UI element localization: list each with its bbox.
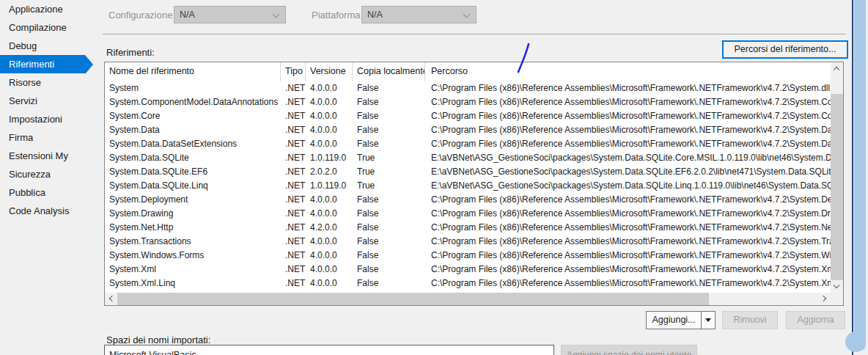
cell-type: .NET: [281, 249, 306, 263]
table-row[interactable]: System.ComponentModel.DataAnnotations.NE…: [105, 95, 831, 109]
table-row[interactable]: System.Data.SQLite.Linq.NET1.0.119.0True…: [105, 179, 831, 193]
table-row[interactable]: System.Xml.NET4.0.0.0FalseC:\Program Fil…: [105, 263, 831, 277]
imported-namespaces-input[interactable]: Microsoft.VisualBasic: [104, 345, 554, 355]
cell-type: .NET: [281, 193, 306, 207]
cell-name: System.Xml: [105, 263, 281, 277]
scroll-left-button[interactable]: [105, 293, 117, 305]
cell-path: E:\aVBNet\ASG_GestioneSoci\packages\Syst…: [425, 179, 831, 193]
cell-path: C:\Program Files (x86)\Reference Assembl…: [425, 123, 831, 137]
cell-name: System.Drawing: [105, 207, 281, 221]
cell-version: 2.0.2.0: [306, 165, 353, 179]
column-header-copy-local[interactable]: Copia localmente: [353, 62, 425, 81]
cell-path: C:\Program Files (x86)\Reference Assembl…: [425, 263, 831, 277]
cell-path: C:\Program Files (x86)\Reference Assembl…: [425, 221, 831, 235]
chevron-up-icon: [834, 67, 839, 73]
cell-path: C:\Program Files (x86)\Reference Assembl…: [425, 95, 831, 109]
scroll-right-button[interactable]: [818, 293, 831, 305]
sidebar-item-code-analysis[interactable]: Code Analysis: [0, 202, 85, 220]
cell-path: E:\aVBNet\ASG_GestioneSoci\packages\Syst…: [425, 165, 831, 179]
table-row[interactable]: System.Data.SQLite.EF6.NET2.0.2.0TrueE:\…: [105, 165, 831, 179]
cell-type: .NET: [281, 151, 306, 165]
table-row[interactable]: System.Drawing.NET4.0.0.0FalseC:\Program…: [105, 207, 831, 221]
horizontal-scrollbar[interactable]: [105, 293, 831, 305]
vertical-scrollbar[interactable]: [831, 62, 843, 293]
references-section-label: Riferimenti:: [106, 47, 155, 58]
cell-copy_local: False: [353, 277, 425, 290]
cell-type: .NET: [281, 263, 306, 277]
sidebar-item-servizi[interactable]: Servizi: [0, 92, 85, 110]
sidebar-item-riferimenti[interactable]: Riferimenti: [0, 55, 85, 73]
table-row[interactable]: System.Transactions.NET4.0.0.0FalseC:\Pr…: [105, 235, 831, 249]
cell-version: 4.0.0.0: [306, 137, 353, 151]
pen-annotation-blob: [845, 332, 866, 352]
cell-version: 1.0.119.0: [306, 179, 353, 193]
sidebar-item-compilazione[interactable]: Compilazione: [0, 18, 85, 37]
table-row[interactable]: System.Net.Http.NET4.2.0.0FalseC:\Progra…: [105, 221, 831, 235]
vertical-scrollbar-thumb[interactable]: [831, 94, 843, 280]
cell-copy_local: False: [353, 123, 425, 137]
chevron-down-icon: [463, 11, 471, 18]
cell-copy_local: False: [353, 263, 425, 277]
update-reference-button[interactable]: Aggiorna: [786, 311, 845, 329]
chevron-down-icon: [273, 11, 280, 18]
cell-version: 4.0.0.0: [306, 249, 353, 263]
cell-path: C:\Program Files (x86)\Reference Assembl…: [425, 277, 831, 290]
column-header-name[interactable]: Nome del riferimento: [105, 62, 281, 81]
cell-copy_local: False: [353, 207, 425, 221]
column-header-version[interactable]: Versione: [306, 62, 353, 81]
scrollbar-corner: [831, 293, 843, 305]
table-row[interactable]: System.Windows.Forms.NET4.0.0.0FalseC:\P…: [105, 249, 831, 263]
cell-path: C:\Program Files (x86)\Reference Assembl…: [425, 109, 831, 123]
table-row[interactable]: System.Core.NET4.0.0.0FalseC:\Program Fi…: [105, 109, 831, 123]
cell-name: System.Xml.Linq: [105, 277, 281, 290]
table-row[interactable]: System.Data.NET4.0.0.0FalseC:\Program Fi…: [105, 123, 831, 137]
table-row[interactable]: System.NET4.0.0.0FalseC:\Program Files (…: [105, 81, 831, 95]
remove-reference-button[interactable]: Rimuovi: [722, 311, 778, 329]
configuration-dropdown[interactable]: N/A: [174, 6, 286, 23]
sidebar-item-firma[interactable]: Firma: [0, 128, 85, 147]
chevron-right-icon: [820, 296, 826, 301]
properties-sidebar: ApplicazioneCompilazioneDebugRiferimenti…: [0, 0, 103, 355]
sidebar-item-estensioni-my[interactable]: Estensioni My: [0, 147, 85, 165]
sidebar-item-sicurezza[interactable]: Sicurezza: [0, 165, 85, 183]
sidebar-item-risorse[interactable]: Risorse: [0, 73, 85, 92]
cell-type: .NET: [281, 221, 306, 235]
cell-name: System.Transactions: [105, 235, 281, 249]
cell-path: C:\Program Files (x86)\Reference Assembl…: [425, 235, 831, 249]
cell-copy_local: True: [353, 179, 425, 193]
scroll-up-button[interactable]: [831, 62, 843, 75]
cell-name: System.Data.SQLite: [105, 151, 281, 165]
table-row[interactable]: System.Xml.Linq.NET4.0.0.0FalseC:\Progra…: [105, 277, 831, 290]
column-header-path[interactable]: Percorso: [425, 62, 831, 81]
cell-version: 4.0.0.0: [306, 207, 353, 221]
table-row[interactable]: System.Data.SQLite.NET1.0.119.0TrueE:\aV…: [105, 151, 831, 165]
sidebar-item-debug[interactable]: Debug: [0, 37, 85, 55]
window-edge-line: [852, 0, 853, 355]
sidebar-item-impostazioni[interactable]: Impostazioni: [0, 110, 85, 128]
cell-type: .NET: [281, 109, 306, 123]
table-row[interactable]: System.Data.DataSetExtensions.NET4.0.0.0…: [105, 137, 831, 151]
table-row[interactable]: System.Deployment.NET4.0.0.0FalseC:\Prog…: [105, 193, 831, 207]
cell-name: System.Data: [105, 123, 281, 137]
cell-version: 4.2.0.0: [306, 221, 353, 235]
cell-version: 4.0.0.0: [306, 235, 353, 249]
reference-paths-button[interactable]: Percorsi del riferimento...: [722, 40, 848, 59]
configuration-value: N/A: [180, 10, 195, 20]
add-reference-button[interactable]: Aggiungi...: [647, 312, 701, 329]
cell-path: C:\Program Files (x86)\Reference Assembl…: [425, 207, 831, 221]
horizontal-scrollbar-thumb[interactable]: [117, 293, 709, 305]
sidebar-item-applicazione[interactable]: Applicazione: [0, 0, 85, 18]
sidebar-item-pubblica[interactable]: Pubblica: [0, 183, 85, 202]
add-reference-dropdown-arrow[interactable]: [701, 312, 715, 329]
cell-type: .NET: [281, 165, 306, 179]
add-reference-split-button[interactable]: Aggiungi...: [646, 311, 716, 329]
cell-name: System.Data.SQLite.Linq: [105, 179, 281, 193]
scroll-down-button[interactable]: [831, 280, 843, 293]
cell-type: .NET: [281, 179, 306, 193]
platform-dropdown[interactable]: N/A: [361, 6, 477, 23]
column-header-type[interactable]: Tipo: [281, 62, 306, 81]
add-user-import-button[interactable]: Aggiungi spazio dei nomi utente: [561, 345, 697, 355]
platform-value: N/A: [367, 10, 383, 20]
cell-copy_local: False: [353, 193, 425, 207]
cell-name: System.Windows.Forms: [105, 249, 281, 263]
